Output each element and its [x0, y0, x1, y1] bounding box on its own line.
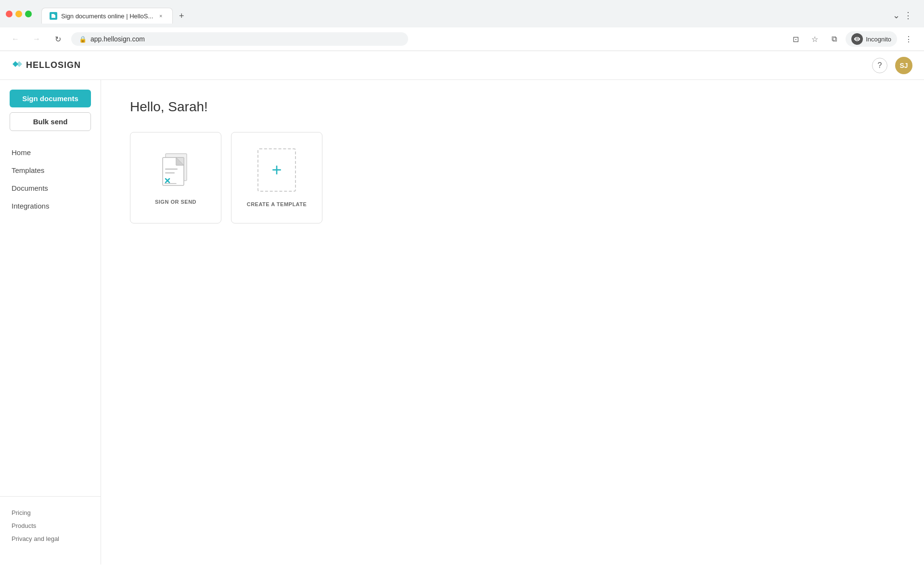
- logo: HELLOSIGN: [12, 59, 81, 72]
- app-body: Sign documents Bulk send Home Templates …: [0, 80, 924, 565]
- refresh-button[interactable]: ↻: [50, 31, 65, 47]
- plus-icon: +: [271, 161, 282, 179]
- browser-more-icon[interactable]: ⋮: [904, 10, 912, 21]
- sign-or-send-label: SIGN OR SEND: [155, 199, 196, 205]
- create-template-card[interactable]: + CREATE A TEMPLATE: [231, 132, 322, 223]
- url-text: app.hellosign.com: [90, 35, 145, 43]
- bulk-send-button[interactable]: Bulk send: [10, 112, 91, 131]
- sidebar-item-templates[interactable]: Templates: [0, 161, 101, 179]
- sidebar-item-documents[interactable]: Documents: [0, 179, 101, 197]
- sidebar-item-integrations[interactable]: Integrations: [0, 197, 101, 215]
- header-actions: ? SJ: [872, 57, 912, 74]
- sidebar-nav: Home Templates Documents Integrations: [0, 144, 101, 215]
- page-title: Hello, Sarah!: [130, 99, 895, 115]
- browser-actions: ⊡ ☆ ⧉ Incognito ⋮: [788, 31, 916, 47]
- sidebar-footer-products[interactable]: Products: [0, 519, 101, 532]
- active-tab[interactable]: Sign documents online | HelloS... ×: [41, 8, 173, 24]
- title-bar: Sign documents online | HelloS... × + ⌄ …: [0, 0, 924, 27]
- help-button[interactable]: ?: [872, 58, 887, 73]
- url-bar[interactable]: 🔒 app.hellosign.com: [71, 32, 408, 46]
- tab-bar: Sign documents online | HelloS... × +: [36, 8, 893, 24]
- tab-title: Sign documents online | HelloS...: [61, 13, 153, 20]
- incognito-label: Incognito: [866, 36, 891, 43]
- sidebar-footer-pricing[interactable]: Pricing: [0, 506, 101, 519]
- sidebar: Sign documents Bulk send Home Templates …: [0, 80, 101, 565]
- minimize-window-button[interactable]: [15, 11, 22, 17]
- browser-chrome: Sign documents online | HelloS... × + ⌄ …: [0, 0, 924, 51]
- window-controls: [6, 11, 32, 17]
- main-content: Hello, Sarah!: [101, 80, 924, 565]
- sidebar-footer: Pricing Products Privacy and legal: [0, 496, 101, 555]
- tab-close-button[interactable]: ×: [157, 12, 165, 20]
- cast-icon[interactable]: ⊡: [788, 31, 803, 47]
- plus-icon-container: +: [257, 148, 296, 192]
- lock-icon: 🔒: [79, 36, 87, 43]
- split-screen-icon[interactable]: ⧉: [826, 31, 842, 47]
- back-button[interactable]: ←: [8, 31, 23, 47]
- app-header: HELLOSIGN ? SJ: [0, 51, 924, 80]
- close-window-button[interactable]: [6, 11, 13, 17]
- avatar[interactable]: SJ: [895, 57, 912, 74]
- maximize-window-button[interactable]: [25, 11, 32, 17]
- sign-or-send-card[interactable]: SIGN OR SEND: [130, 132, 221, 223]
- new-tab-button[interactable]: +: [175, 9, 188, 23]
- minimize-icon[interactable]: ⌄: [893, 10, 900, 21]
- incognito-badge: Incognito: [846, 31, 897, 47]
- address-bar: ← → ↻ 🔒 app.hellosign.com ⊡ ☆ ⧉ Incognit…: [0, 27, 924, 51]
- sidebar-footer-privacy[interactable]: Privacy and legal: [0, 532, 101, 545]
- logo-text: HELLOSIGN: [26, 60, 81, 70]
- browser-menu-button[interactable]: ⋮: [901, 31, 916, 47]
- create-template-label: CREATE A TEMPLATE: [247, 201, 307, 207]
- action-cards: SIGN OR SEND + CREATE A TEMPLATE: [130, 132, 895, 223]
- tab-favicon: [50, 12, 57, 20]
- app-container: HELLOSIGN ? SJ Sign documents Bulk send …: [0, 51, 924, 578]
- document-icon: [159, 151, 192, 189]
- sidebar-item-home[interactable]: Home: [0, 144, 101, 161]
- hellosign-logo-icon: [12, 59, 22, 72]
- incognito-icon: [851, 33, 863, 45]
- help-icon: ?: [878, 61, 882, 70]
- sign-documents-button[interactable]: Sign documents: [10, 90, 91, 107]
- bookmark-icon[interactable]: ☆: [807, 31, 822, 47]
- forward-button[interactable]: →: [29, 31, 44, 47]
